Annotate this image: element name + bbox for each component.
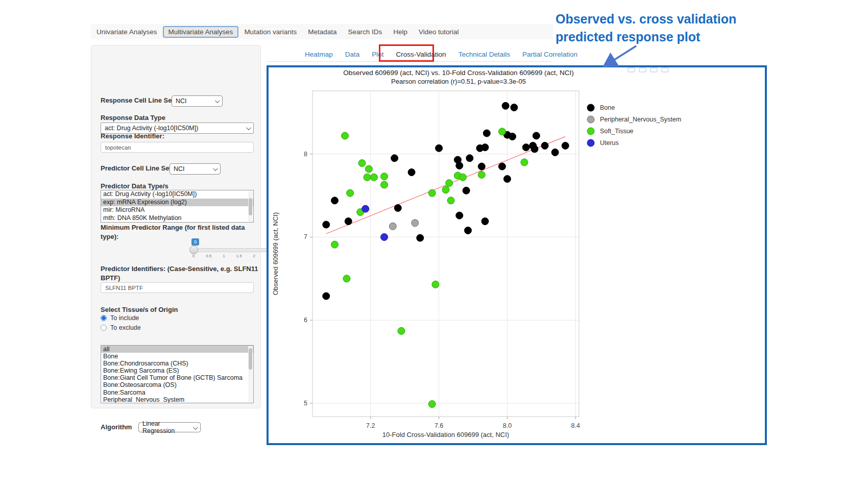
scatter-point-bone[interactable] bbox=[541, 142, 548, 149]
scatter-point-soft_tissue[interactable] bbox=[331, 241, 339, 248]
tissue-option[interactable]: Peripheral_Nervous_System bbox=[101, 396, 253, 403]
scatter-point-soft_tissue[interactable] bbox=[398, 327, 405, 334]
scatter-point-bone[interactable] bbox=[417, 234, 424, 241]
scatter-point-bone[interactable] bbox=[391, 155, 398, 162]
scatter-point-soft_tissue[interactable] bbox=[370, 174, 377, 181]
scatter-point-peripheral_nervous_system[interactable] bbox=[412, 219, 419, 227]
scatter-point-bone[interactable] bbox=[502, 102, 509, 109]
scatter-point-soft_tissue[interactable] bbox=[381, 173, 388, 180]
home-icon[interactable] bbox=[662, 68, 668, 72]
scatter-point-bone[interactable] bbox=[531, 145, 538, 153]
scatter-point-bone[interactable] bbox=[345, 218, 352, 225]
scatter-point-bone[interactable] bbox=[456, 212, 463, 219]
legend-label-uterus[interactable]: Uterus bbox=[600, 139, 619, 147]
algorithm-select[interactable]: Linear Regression bbox=[138, 422, 201, 432]
scatter-point-bone[interactable] bbox=[498, 163, 505, 170]
nav-tab-help[interactable]: Help bbox=[388, 26, 413, 38]
scatter-point-soft_tissue[interactable] bbox=[432, 281, 439, 288]
scatter-point-bone[interactable] bbox=[465, 227, 472, 234]
scatter-point-bone[interactable] bbox=[456, 162, 463, 169]
scatter-point-bone[interactable] bbox=[481, 144, 489, 151]
scatter-point-soft_tissue[interactable] bbox=[459, 174, 466, 181]
legend-label-peripheral_nervous_system[interactable]: Peripheral_Nervous_System bbox=[600, 116, 681, 123]
nav-tab-video-tutorial[interactable]: Video tutorial bbox=[413, 26, 465, 38]
scatter-point-bone[interactable] bbox=[481, 218, 489, 225]
legend-marker-uterus[interactable] bbox=[587, 139, 594, 147]
scatter-point-soft_tissue[interactable] bbox=[447, 197, 454, 204]
predictor-cell-line-set-select[interactable]: NCI bbox=[170, 163, 221, 175]
tissue-option[interactable]: Bone bbox=[101, 353, 253, 360]
scatter-point-bone[interactable] bbox=[323, 221, 330, 228]
scrollbar-thumb[interactable] bbox=[249, 348, 252, 370]
scatter-point-bone[interactable] bbox=[394, 204, 401, 211]
tissue-option[interactable]: Bone:Giant Cell Tumor of Bone (GCTB) Sar… bbox=[101, 374, 253, 381]
scatter-point-soft_tissue[interactable] bbox=[381, 181, 388, 188]
response-cell-line-set-select[interactable]: NCI bbox=[172, 95, 223, 107]
legend-label-soft_tissue[interactable]: Soft_Tissue bbox=[600, 128, 634, 135]
scatter-point-soft_tissue[interactable] bbox=[358, 160, 366, 167]
scatter-point-peripheral_nervous_system[interactable] bbox=[389, 223, 396, 230]
predictor-data-type-option[interactable]: mir: MicroRNA bbox=[101, 206, 253, 214]
scatter-point-bone[interactable] bbox=[509, 133, 516, 140]
scatter-point-bone[interactable] bbox=[503, 176, 511, 183]
scatter-point-uterus[interactable] bbox=[381, 233, 388, 240]
legend-marker-soft_tissue[interactable] bbox=[587, 128, 594, 135]
tab-data[interactable]: Data bbox=[339, 48, 366, 60]
nav-tab-metadata[interactable]: Metadata bbox=[302, 26, 342, 38]
predictor-data-types-listbox[interactable]: act: Drug Activity (-log10[IC50M])exp: m… bbox=[101, 190, 254, 223]
pan-icon[interactable] bbox=[650, 68, 657, 72]
scatter-point-bone[interactable] bbox=[562, 142, 569, 149]
scatter-point-soft_tissue[interactable] bbox=[442, 186, 449, 193]
scatter-point-soft_tissue[interactable] bbox=[343, 275, 350, 282]
predictor-data-type-option[interactable]: exp: mRNA Expression (log2) bbox=[101, 199, 253, 207]
slider-handle[interactable] bbox=[189, 246, 198, 254]
nav-tab-univariate-analyses[interactable]: Univariate Analyses bbox=[91, 26, 163, 38]
scatter-point-bone[interactable] bbox=[323, 292, 330, 300]
scatter-point-soft_tissue[interactable] bbox=[428, 189, 436, 197]
tissue-option[interactable]: Bone:Osteosarcoma (OS) bbox=[101, 381, 253, 388]
predictor-identifiers-input[interactable]: SLFN11 BPTF bbox=[101, 282, 254, 293]
scatter-point-soft_tissue[interactable] bbox=[428, 401, 436, 408]
response-identifier-input[interactable]: topotecan bbox=[101, 142, 254, 153]
legend-label-bone[interactable]: Bone bbox=[600, 104, 615, 111]
nav-tab-search-ids[interactable]: Search IDs bbox=[342, 26, 388, 38]
scatter-point-bone[interactable] bbox=[483, 130, 490, 137]
scatter-point-bone[interactable] bbox=[331, 197, 339, 204]
scatter-point-soft_tissue[interactable] bbox=[364, 174, 371, 181]
scatter-point-bone[interactable] bbox=[478, 163, 485, 170]
tissue-option[interactable]: Bone:Sarcoma bbox=[101, 389, 253, 396]
tissue-origin-listbox[interactable]: allBoneBone:Chondrosarcoma (CHS)Bone:Ewi… bbox=[101, 345, 254, 403]
tissue-option[interactable]: Bone:Ewing Sarcoma (ES) bbox=[101, 367, 253, 374]
legend-marker-bone[interactable] bbox=[587, 104, 594, 111]
scatter-point-soft_tissue[interactable] bbox=[498, 128, 505, 135]
scatter-point-bone[interactable] bbox=[408, 169, 415, 176]
nav-tab-multivariate-analyses[interactable]: Multivariate Analyses bbox=[163, 26, 239, 38]
radio-to-include[interactable]: To include bbox=[101, 314, 139, 322]
scrollbar[interactable] bbox=[248, 191, 253, 222]
tab-heatmap[interactable]: Heatmap bbox=[299, 48, 339, 60]
tissue-option[interactable]: all bbox=[101, 346, 253, 353]
scatter-point-soft_tissue[interactable] bbox=[478, 171, 485, 178]
radio-to-exclude[interactable]: To exclude bbox=[101, 324, 141, 331]
predictor-data-type-option[interactable]: act: Drug Activity (-log10[IC50M]) bbox=[101, 190, 253, 199]
scatter-point-bone[interactable] bbox=[522, 144, 529, 151]
scatter-point-bone[interactable] bbox=[466, 155, 473, 162]
scatter-point-soft_tissue[interactable] bbox=[347, 189, 354, 197]
scrollbar-thumb[interactable] bbox=[249, 198, 252, 215]
scatter-point-bone[interactable] bbox=[533, 132, 540, 139]
tab-partial-correlation[interactable]: Partial Correlation bbox=[516, 48, 584, 60]
predictor-data-type-option[interactable]: mth: DNA 850K Methylation bbox=[101, 214, 253, 223]
tissue-option[interactable]: Bone:Chondrosarcoma (CHS) bbox=[101, 360, 253, 367]
scatter-point-soft_tissue[interactable] bbox=[365, 165, 372, 173]
tab-technical-details[interactable]: Technical Details bbox=[452, 48, 516, 60]
scatter-point-bone[interactable] bbox=[463, 187, 470, 194]
scatter-point-uterus[interactable] bbox=[362, 205, 369, 212]
scatter-point-soft_tissue[interactable] bbox=[521, 159, 528, 166]
scatter-point-soft_tissue[interactable] bbox=[446, 180, 453, 187]
legend-marker-peripheral_nervous_system[interactable] bbox=[587, 116, 594, 123]
scatter-point-bone[interactable] bbox=[551, 149, 559, 156]
scrollbar[interactable] bbox=[248, 346, 253, 402]
scatter-point-bone[interactable] bbox=[511, 104, 518, 111]
scatter-point-bone[interactable] bbox=[436, 144, 443, 152]
scatter-point-soft_tissue[interactable] bbox=[342, 132, 349, 139]
